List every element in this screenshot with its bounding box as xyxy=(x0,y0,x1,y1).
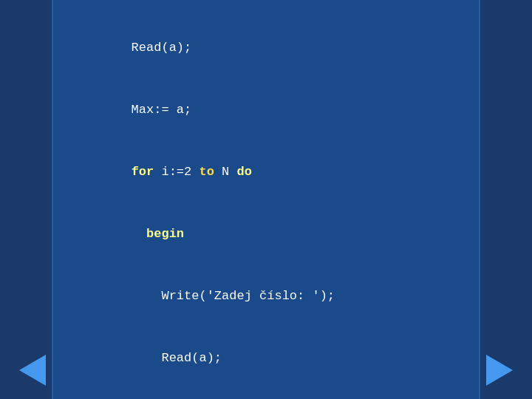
code-line-7: for i:=2 to N do xyxy=(116,165,252,179)
code-line-5: Read(a); xyxy=(116,41,191,55)
content-box: Řešení 2 begin Write('Zadej N'); Read(N)… xyxy=(52,0,480,399)
prev-arrow-icon xyxy=(19,355,46,386)
code-line-6: Max:= a; xyxy=(116,103,191,117)
code-block: begin Write('Zadej N'); Read(N); Write('… xyxy=(71,0,461,399)
code-line-10: Read(a); xyxy=(116,351,222,365)
slide-container: Řešení 2 begin Write('Zadej N'); Read(N)… xyxy=(0,0,532,399)
code-line-8: begin xyxy=(116,227,184,241)
next-arrow-icon xyxy=(486,355,513,386)
code-line-9: Write('Zadej číslo: '); xyxy=(116,289,335,303)
prev-button[interactable] xyxy=(13,355,52,386)
next-button[interactable] xyxy=(480,355,519,386)
